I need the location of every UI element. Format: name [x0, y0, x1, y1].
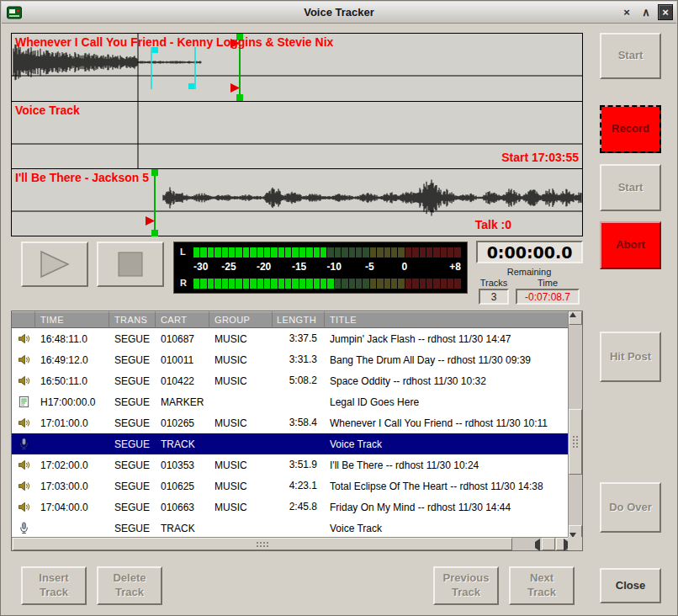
left-meter-bar — [193, 247, 461, 258]
log-cell-trans: SEGUE — [109, 523, 156, 534]
next-track-button[interactable]: Next Track — [509, 566, 575, 605]
minimize-button[interactable]: × — [619, 4, 634, 20]
log-cell-cart: MARKER — [156, 396, 209, 408]
log-body: 16:48:11.0 SEGUE 010687 MUSIC 3:37.5 Jum… — [12, 328, 569, 539]
hit-post-button[interactable]: Hit Post — [600, 332, 661, 382]
close-window-button[interactable]: × — [658, 4, 673, 20]
meter-scale-label: -30 — [193, 261, 208, 273]
close-button[interactable]: Close — [600, 568, 661, 603]
meter-scale-label: -25 — [221, 261, 236, 273]
voice-tracker-window: Voice Tracker × ∧ × — [0, 0, 678, 616]
right-channel-label: R — [180, 278, 193, 289]
log-header-group[interactable]: GROUP — [209, 311, 273, 328]
waveform-track-3[interactable]: I'll Be There - Jackson 5 Talk :0 — [12, 168, 582, 236]
log-cell-cart: TRACK — [156, 438, 209, 450]
scroll-up-button[interactable] — [569, 311, 582, 325]
record-button[interactable]: Record — [600, 105, 661, 153]
play-button[interactable] — [21, 242, 88, 287]
speaker-icon — [17, 501, 30, 514]
waveform-track-1[interactable]: Whenever I Call You Friend - Kenny Loggi… — [12, 34, 582, 101]
log-row[interactable]: 17:03:00.0 SEGUE 010625 MUSIC 4:23.1 Tot… — [12, 475, 569, 497]
log-cell-length: 2:45.8 — [273, 497, 325, 518]
log-cell-time: 16:49:12.0 — [35, 354, 109, 366]
delete-track-button[interactable]: Delete Track — [97, 566, 162, 605]
log-row[interactable]: SEGUE TRACK Voice Track — [12, 433, 569, 454]
log-cell-trans: SEGUE — [109, 354, 156, 366]
scrollbar-corner — [568, 537, 582, 550]
log-cell-trans: SEGUE — [109, 459, 156, 471]
track-2-waveform — [12, 102, 582, 169]
log-cell-time: H17:00:00.0 — [35, 396, 109, 408]
log-row[interactable]: 17:02:00.0 SEGUE 010353 MUSIC 3:51.9 I'l… — [12, 454, 569, 475]
log-table: TIME TRANS CART GROUP LENGTH TITLE 16:48… — [11, 311, 583, 551]
log-header-time[interactable]: TIME — [35, 311, 109, 328]
vertical-scroll-thumb[interactable] — [569, 409, 582, 475]
log-cell-trans: SEGUE — [109, 481, 156, 492]
remaining-label: Remaining — [473, 267, 585, 277]
speaker-icon — [17, 374, 30, 388]
log-cell-cart: TRACK — [156, 523, 209, 534]
shade-button[interactable]: ∧ — [638, 4, 654, 20]
left-arrow-icon — [535, 539, 540, 551]
waveform-display: Whenever I Call You Friend - Kenny Loggi… — [11, 33, 583, 236]
scroll-left-button[interactable] — [542, 538, 555, 550]
abort-button[interactable]: Abort — [600, 221, 661, 269]
meter-scale-label: 0 — [402, 261, 408, 273]
log-header-trans[interactable]: TRANS — [109, 311, 156, 328]
log-cell-trans: SEGUE — [109, 417, 156, 429]
up-arrow-icon — [569, 312, 576, 317]
log-cell-title: Voice Track — [325, 438, 569, 450]
do-over-button[interactable]: Do Over — [600, 482, 661, 533]
log-cell-trans: SEGUE — [109, 333, 156, 345]
log-header-title[interactable]: TITLE — [325, 311, 569, 328]
log-cell-title: I'll Be There -- rdhost 11/30 10:24 — [325, 459, 569, 471]
log-cell-group: MUSIC — [209, 502, 273, 513]
log-row[interactable]: 16:48:11.0 SEGUE 010687 MUSIC 3:37.5 Jum… — [12, 328, 569, 349]
log-cell-title: Bang The Drum All Day -- rdhost 11/30 09… — [325, 354, 569, 366]
waveform-track-2[interactable]: Voice Track Start 17:03:55 — [12, 101, 582, 168]
start-next-button[interactable]: Start — [600, 164, 661, 211]
elapsed-time-display: 0:00:00.0 — [476, 241, 583, 263]
horizontal-scroll-thumb[interactable] — [13, 538, 512, 550]
time-remaining-value: -0:07:08.7 — [516, 289, 580, 305]
log-row[interactable]: SEGUE TRACK Voice Track — [12, 518, 569, 539]
log-cell-title: Total Eclipse Of The Heart -- rdhost 11/… — [325, 481, 569, 492]
log-header-cart[interactable]: CART — [156, 311, 209, 328]
log-cell-trans: SEGUE — [109, 375, 156, 387]
insert-track-button[interactable]: Insert Track — [21, 566, 87, 605]
fade-markers[interactable] — [151, 47, 195, 89]
log-cell-length: 4:23.1 — [273, 475, 325, 497]
log-cell-time: 16:50:11.0 — [35, 375, 109, 387]
log-header-length[interactable]: LENGTH — [273, 311, 325, 328]
log-row[interactable]: 16:50:11.0 SEGUE 010422 MUSIC 5:08.2 Spa… — [12, 370, 569, 391]
play-icon — [37, 249, 72, 279]
start-playback-button[interactable]: Start — [600, 33, 661, 79]
meter-scale-label: -10 — [327, 261, 342, 273]
track-3-title: I'll Be There - Jackson 5 — [15, 171, 149, 184]
mic-icon — [17, 522, 30, 535]
log-row[interactable]: H17:00:00.0 SEGUE MARKER Legal ID Goes H… — [12, 391, 569, 412]
previous-track-button[interactable]: Previous Track — [433, 566, 499, 605]
log-header-icon — [12, 311, 35, 328]
speaker-icon — [17, 459, 30, 472]
log-cell-length: 3:51.9 — [273, 454, 325, 475]
time-remaining-label: Time — [538, 278, 558, 288]
speaker-icon — [17, 332, 30, 346]
log-cell-trans: SEGUE — [109, 396, 156, 408]
log-vertical-scrollbar[interactable] — [568, 311, 582, 539]
log-cell-cart: 010265 — [156, 417, 209, 429]
log-horizontal-scrollbar[interactable] — [12, 537, 569, 550]
log-cell-trans: SEGUE — [109, 438, 156, 450]
log-row[interactable]: 17:01:00.0 SEGUE 010265 MUSIC 3:58.4 Whe… — [12, 412, 569, 433]
stop-button[interactable] — [97, 242, 164, 287]
title-bar[interactable]: Voice Tracker × ∧ × — [2, 2, 676, 24]
log-cell-trans: SEGUE — [109, 502, 156, 513]
meter-scale-label: -20 — [257, 261, 271, 273]
log-header-row: TIME TRANS CART GROUP LENGTH TITLE — [12, 311, 569, 328]
mic-icon — [17, 438, 30, 451]
track-2-title: Voice Track — [15, 104, 80, 117]
log-cell-cart: 010353 — [156, 459, 209, 471]
meter-scale-label: +8 — [449, 261, 461, 273]
log-row[interactable]: 16:49:12.0 SEGUE 010011 MUSIC 3:31.3 Ban… — [12, 349, 569, 370]
log-row[interactable]: 17:04:00.0 SEGUE 010663 MUSIC 2:45.8 Fri… — [12, 497, 569, 518]
